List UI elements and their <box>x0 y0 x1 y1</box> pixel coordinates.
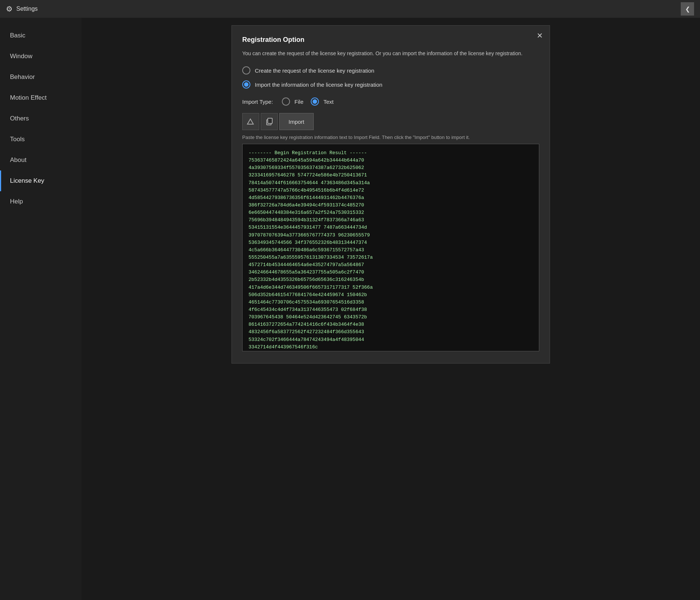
radio-option-file[interactable]: File <box>282 97 303 106</box>
erase-button[interactable] <box>242 113 259 130</box>
collapse-button[interactable]: ❮ <box>681 2 694 16</box>
radio-label-file: File <box>294 99 303 105</box>
import-type-label: Import Type: <box>242 99 273 105</box>
radio-label-create: Create the request of the license key re… <box>255 67 374 74</box>
svg-marker-0 <box>247 119 253 124</box>
radio-inner-text <box>313 99 317 104</box>
radio-option-text[interactable]: Text <box>311 97 334 106</box>
radio-option-create[interactable]: Create the request of the license key re… <box>242 66 539 74</box>
radio-label-text: Text <box>323 99 334 105</box>
radio-inner-import <box>244 82 249 87</box>
main-layout: Basic Window Behavior Motion Effect Othe… <box>0 18 700 600</box>
registration-dialog: ✕ Registration Option You can create the… <box>231 25 550 364</box>
radio-circle-import <box>242 80 250 89</box>
radio-circle-create <box>242 66 250 74</box>
sidebar-item-tools[interactable]: Tools <box>0 129 81 150</box>
radio-circle-file <box>282 97 290 106</box>
sidebar: Basic Window Behavior Motion Effect Othe… <box>0 18 81 600</box>
radio-group: Create the request of the license key re… <box>242 66 539 89</box>
sidebar-item-about[interactable]: About <box>0 150 81 170</box>
sidebar-item-help[interactable]: Help <box>0 191 81 212</box>
dialog-description: You can create the request of the licens… <box>242 50 539 57</box>
svg-rect-3 <box>268 118 272 123</box>
content-area: ✕ Registration Option You can create the… <box>81 18 700 600</box>
sidebar-item-behavior[interactable]: Behavior <box>0 67 81 87</box>
title-bar-title: Settings <box>16 6 38 12</box>
toolbar-row: Import <box>242 113 539 130</box>
dialog-title: Registration Option <box>242 36 539 44</box>
import-type-row: Import Type: File Text <box>242 97 539 106</box>
sidebar-item-window[interactable]: Window <box>0 46 81 67</box>
radio-circle-text <box>311 97 319 106</box>
paste-hint: Paste the license key registration infor… <box>242 135 539 140</box>
erase-icon <box>247 117 255 126</box>
title-bar: ⚙ Settings ❮ <box>0 0 700 18</box>
settings-icon: ⚙ <box>6 4 13 13</box>
sidebar-item-license-key[interactable]: License Key <box>0 170 81 191</box>
dialog-overlay: ✕ Registration Option You can create the… <box>81 18 700 600</box>
sidebar-item-motion-effect[interactable]: Motion Effect <box>0 87 81 108</box>
import-button[interactable]: Import <box>279 113 314 130</box>
title-bar-left: ⚙ Settings <box>6 4 38 13</box>
close-button[interactable]: ✕ <box>534 30 545 41</box>
sidebar-item-others[interactable]: Others <box>0 108 81 129</box>
radio-option-import[interactable]: Import the information of the license ke… <box>242 80 539 89</box>
copy-icon <box>265 117 273 126</box>
sidebar-item-basic[interactable]: Basic <box>0 25 81 46</box>
import-type-options: File Text <box>282 97 334 106</box>
radio-label-import: Import the information of the license ke… <box>255 82 382 88</box>
registration-textarea[interactable] <box>242 144 539 351</box>
copy-button[interactable] <box>261 113 278 130</box>
